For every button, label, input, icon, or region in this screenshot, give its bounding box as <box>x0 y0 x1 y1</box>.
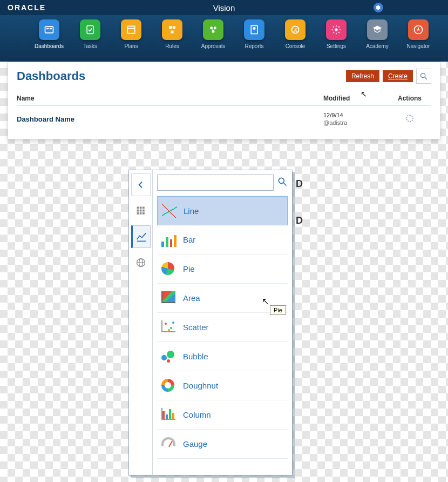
nav-icon <box>408 19 429 40</box>
chart-type-label: Scatter <box>183 323 209 332</box>
chart-type-label: Column <box>183 410 211 419</box>
chart-type-label: Line <box>184 206 199 216</box>
nav-label: Tasks <box>83 43 97 49</box>
nav-plans[interactable]: Plans <box>114 19 148 62</box>
chart-type-label: Pie <box>183 264 195 273</box>
gear-icon[interactable] <box>406 115 413 122</box>
col-modified: Modified <box>323 95 388 102</box>
chart-type-doughnut[interactable]: Doughnut <box>157 371 288 400</box>
nav-approvals[interactable]: Approvals <box>196 19 230 62</box>
chart-type-label: Gauge <box>183 439 207 448</box>
plan-icon <box>121 19 141 40</box>
svg-point-18 <box>335 29 338 31</box>
chart-type-scatter[interactable]: Scatter <box>157 313 288 342</box>
chart-type-column[interactable]: Column <box>157 400 288 430</box>
nav-label: Approvals <box>201 43 225 49</box>
nav-tasks[interactable]: Tasks <box>73 19 107 62</box>
svg-rect-26 <box>137 210 139 212</box>
nav-label: Plans <box>124 43 138 49</box>
chart-type-picker: LineBarPieAreaScatterBubbleDoughnutColum… <box>128 170 293 476</box>
create-button[interactable]: Create <box>383 70 413 82</box>
col-actions: Actions <box>388 95 431 102</box>
table-row[interactable]: Dashboard Name 12/9/14@adistra <box>17 106 431 129</box>
chart-type-gauge[interactable]: Gauge <box>157 430 288 459</box>
chart-type-label: Doughnut <box>183 381 218 390</box>
cropped-letter: D <box>296 178 303 190</box>
col-name: Name <box>17 95 323 102</box>
rule-icon <box>162 19 182 40</box>
nav-dashboards[interactable]: Dashboards <box>32 19 66 62</box>
globe-icon[interactable] <box>131 251 151 274</box>
primary-nav: DashboardsTasksPlansRulesApprovalsReport… <box>0 15 448 62</box>
svg-rect-4 <box>127 26 134 33</box>
chart-type-label: Area <box>183 293 200 303</box>
nav-reports[interactable]: Reports <box>237 19 271 62</box>
settings-icon <box>326 19 347 40</box>
nav-label: Rules <box>165 43 179 49</box>
svg-rect-6 <box>169 26 172 29</box>
search-icon[interactable] <box>277 176 288 190</box>
back-button[interactable] <box>131 173 151 196</box>
row-actions[interactable] <box>388 115 431 124</box>
nav-label: Academy <box>366 43 389 49</box>
nav-label: Dashboards <box>35 43 64 49</box>
cropped-letter: D <box>296 215 303 226</box>
brand-logo: ORACLE <box>8 3 46 12</box>
svg-rect-30 <box>139 212 141 215</box>
chart-tab-icon[interactable] <box>131 225 151 248</box>
nav-settings[interactable]: Settings <box>320 19 353 62</box>
dashboard-name: Dashboard Name <box>17 115 323 123</box>
chart-type-bar[interactable]: Bar <box>157 225 288 255</box>
refresh-button[interactable]: Refresh <box>346 70 379 82</box>
cursor-icon: ↖ <box>361 90 367 98</box>
svg-rect-2 <box>50 28 52 30</box>
nav-navigator[interactable]: Navigator <box>402 19 435 62</box>
nav-label: Settings <box>327 43 346 49</box>
svg-rect-27 <box>139 210 141 212</box>
console-icon <box>285 19 306 40</box>
nav-console[interactable]: Console <box>279 19 312 62</box>
accessibility-icon[interactable]: ✽ <box>374 3 383 12</box>
nav-label: Console <box>286 43 306 49</box>
nav-label: Navigator <box>407 43 430 49</box>
svg-rect-23 <box>137 207 139 209</box>
modified-cell: 12/9/14@adistra <box>323 111 388 127</box>
chart-search-input[interactable] <box>157 175 274 191</box>
chart-type-label: Bar <box>183 235 195 244</box>
svg-marker-20 <box>417 27 420 31</box>
tooltip: Pie <box>270 305 286 315</box>
nav-academy[interactable]: Academy <box>361 19 394 62</box>
chart-type-pie[interactable]: Pie <box>157 255 288 284</box>
app-title: Vision <box>213 3 235 12</box>
svg-rect-28 <box>142 210 145 212</box>
svg-rect-31 <box>142 212 145 215</box>
dashboards-panel: Dashboards Refresh Create Name Modified … <box>8 62 440 139</box>
chart-type-bubble[interactable]: Bubble <box>157 342 288 371</box>
search-icon[interactable] <box>416 69 431 84</box>
svg-point-10 <box>214 26 216 29</box>
svg-line-17 <box>295 29 297 30</box>
svg-rect-7 <box>173 26 175 29</box>
svg-rect-29 <box>137 212 139 215</box>
svg-point-9 <box>210 26 213 29</box>
nav-rules[interactable]: Rules <box>155 19 189 62</box>
approval-icon <box>203 19 223 40</box>
svg-rect-8 <box>171 31 174 34</box>
svg-rect-0 <box>45 26 53 33</box>
chart-type-line[interactable]: Line <box>157 196 288 225</box>
global-header: ORACLE Vision ✽ <box>0 0 448 15</box>
grid-view-icon[interactable] <box>131 199 151 222</box>
table-header: Name Modified Actions <box>17 95 431 106</box>
svg-point-15 <box>253 27 256 30</box>
svg-rect-1 <box>46 28 49 30</box>
nav-label: Reports <box>245 43 263 49</box>
panel-title: Dashboards <box>17 69 85 83</box>
svg-rect-24 <box>139 207 141 209</box>
chart-type-label: Bubble <box>183 352 208 361</box>
cursor-icon: ↖ <box>262 296 269 306</box>
svg-line-36 <box>284 183 287 185</box>
svg-point-21 <box>421 73 425 78</box>
svg-point-35 <box>279 178 284 183</box>
svg-line-22 <box>425 77 427 79</box>
svg-rect-25 <box>142 207 145 209</box>
